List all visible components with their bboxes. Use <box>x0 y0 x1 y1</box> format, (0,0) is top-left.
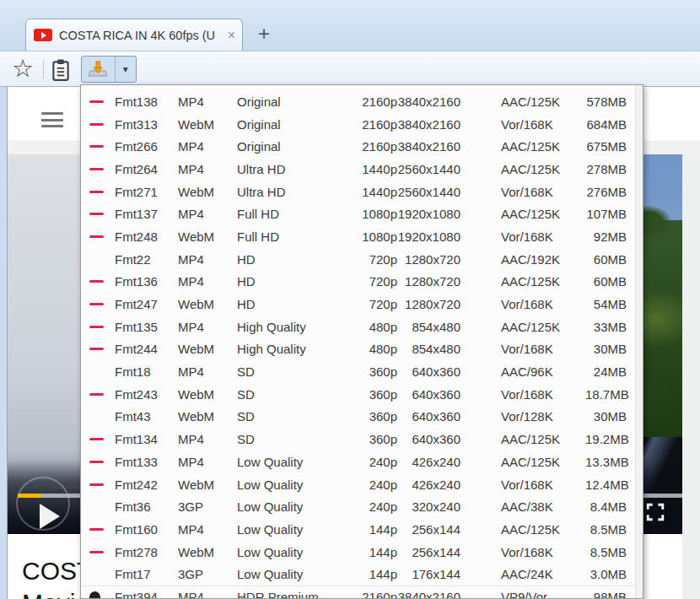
format-row[interactable]: Fmt244 WebM High Quality 480p 854x480 Vo… <box>81 338 635 361</box>
format-row[interactable]: Fmt136 MP4 HD 720p 1280x720 AAC/125K 60M… <box>81 271 635 294</box>
download-formats-popup: Fmt138 MP4 Original 2160p 3840x2160 AAC/… <box>80 84 643 599</box>
format-name-cell: Fmt264 <box>115 162 178 176</box>
format-row[interactable]: Fmt247 WebM HD 720p 1280x720 Vor/168K 54… <box>81 293 635 316</box>
format-row[interactable]: Fmt18 MP4 SD 360p 640x360 AAC/96K 24MB <box>81 360 635 383</box>
format-row[interactable]: Fmt43 WebM SD 360p 640x360 Vor/128K 30MB <box>81 406 635 429</box>
format-audio-cell: Vor/168K <box>501 117 585 132</box>
format-quality-cell: Full HD <box>237 229 347 244</box>
format-row[interactable]: Fmt394 MP4 HDR Premium 2160p 3840x2160 V… <box>81 586 635 599</box>
format-row[interactable]: Fmt138 MP4 Original 2160p 3840x2160 AAC/… <box>81 90 635 113</box>
format-name-cell: Fmt271 <box>115 185 178 199</box>
download-arrow-icon <box>88 60 108 78</box>
format-row[interactable]: Fmt36 3GP Low Quality 240p 320x240 AAC/3… <box>81 495 635 518</box>
format-name-cell: Fmt138 <box>115 94 178 109</box>
downloader-button[interactable] <box>82 57 115 82</box>
format-name-cell: Fmt244 <box>115 342 178 356</box>
format-size-cell: 107MB <box>585 207 627 221</box>
format-container-cell: WebM <box>178 185 237 199</box>
format-dimensions-cell: 1920x1080 <box>397 207 460 221</box>
format-resolution-cell: 1440p <box>347 162 397 176</box>
format-dimensions-cell: 426x240 <box>397 455 460 469</box>
fullscreen-icon[interactable] <box>646 502 665 526</box>
format-name-cell: Fmt313 <box>115 117 178 132</box>
dash-format-icon <box>89 123 104 126</box>
format-size-cell: 3.0MB <box>585 567 627 581</box>
navigation-toolbar: ☆ ▾ i <box>0 51 700 87</box>
format-name-cell: Fmt18 <box>115 364 178 379</box>
format-audio-cell: AAC/125K <box>501 94 585 109</box>
format-row[interactable]: Fmt134 MP4 SD 360p 640x360 AAC/125K 19.2… <box>81 428 635 451</box>
format-dimensions-cell: 1920x1080 <box>397 229 460 244</box>
format-row[interactable]: Fmt22 MP4 HD 720p 1280x720 AAC/192K 60MB <box>81 248 635 271</box>
format-container-cell: MP4 <box>178 162 237 176</box>
format-row[interactable]: Fmt266 MP4 Original 2160p 3840x2160 AAC/… <box>81 135 635 158</box>
format-size-cell: 675MB <box>585 139 627 154</box>
format-name-cell: Fmt43 <box>115 409 178 424</box>
format-resolution-cell: 144p <box>347 522 397 537</box>
dash-format-icon <box>89 551 104 553</box>
format-quality-cell: HD <box>237 297 347 311</box>
format-audio-cell: AAC/125K <box>501 162 585 176</box>
format-row[interactable]: Fmt278 WebM Low Quality 144p 256x144 Vor… <box>81 541 635 564</box>
format-quality-cell: Low Quality <box>237 545 347 559</box>
format-size-cell: 30MB <box>585 409 627 424</box>
format-name-cell: Fmt136 <box>115 274 178 289</box>
format-size-cell: 19.2MB <box>585 432 629 446</box>
format-quality-cell: Low Quality <box>237 567 347 581</box>
hamburger-menu-icon[interactable] <box>41 112 63 127</box>
format-row[interactable]: Fmt242 WebM Low Quality 240p 426x240 Vor… <box>81 473 635 496</box>
browser-tab[interactable]: COSTA RICA IN 4K 60fps (U × <box>25 19 243 51</box>
format-row[interactable]: Fmt313 WebM Original 2160p 3840x2160 Vor… <box>81 113 635 136</box>
format-name-cell: Fmt247 <box>115 297 178 311</box>
format-audio-cell: Vor/168K <box>501 185 585 199</box>
new-tab-button[interactable]: + <box>253 24 275 46</box>
format-dimensions-cell: 3840x2160 <box>397 590 460 599</box>
dark-circle-icon <box>89 591 100 599</box>
tab-strip: COSTA RICA IN 4K 60fps (U × + <box>0 0 700 51</box>
format-resolution-cell: 240p <box>347 455 397 469</box>
format-dimensions-cell: 640x360 <box>397 387 460 402</box>
format-quality-cell: SD <box>237 364 347 379</box>
format-row[interactable]: Fmt137 MP4 Full HD 1080p 1920x1080 AAC/1… <box>81 202 635 225</box>
play-button-icon[interactable] <box>40 504 60 529</box>
progress-bar-played[interactable] <box>18 494 41 498</box>
format-row[interactable]: Fmt160 MP4 Low Quality 144p 256x144 AAC/… <box>81 518 635 541</box>
format-name-cell: Fmt243 <box>115 387 178 402</box>
format-row[interactable]: Fmt271 WebM Ultra HD 1440p 2560x1440 Vor… <box>81 181 635 203</box>
format-row[interactable]: Fmt243 WebM SD 360p 640x360 Vor/168K 18.… <box>81 383 635 406</box>
format-quality-cell: Low Quality <box>237 478 347 492</box>
tab-close-icon[interactable]: × <box>228 29 235 42</box>
format-row[interactable]: Fmt133 MP4 Low Quality 240p 426x240 AAC/… <box>81 451 635 473</box>
format-row[interactable]: Fmt17 3GP Low Quality 144p 176x144 AAC/2… <box>81 563 635 586</box>
format-audio-cell: AAC/125K <box>501 522 585 537</box>
format-size-cell: 8.5MB <box>585 522 627 537</box>
format-size-cell: 54MB <box>585 297 627 311</box>
format-quality-cell: Original <box>237 117 347 132</box>
format-audio-cell: VP9/Vor <box>501 590 585 599</box>
format-list: Fmt138 MP4 Original 2160p 3840x2160 AAC/… <box>81 85 635 599</box>
downloader-split-button: ▾ <box>81 56 137 83</box>
format-container-cell: 3GP <box>178 567 237 581</box>
format-quality-cell: HDR Premium <box>237 590 347 599</box>
toolbar-separator <box>43 60 44 78</box>
downloader-dropdown-button[interactable]: ▾ <box>115 57 136 82</box>
format-resolution-cell: 2160p <box>347 139 397 154</box>
format-container-cell: MP4 <box>178 455 237 469</box>
format-audio-cell: Vor/168K <box>501 387 585 402</box>
format-row[interactable]: Fmt135 MP4 High Quality 480p 854x480 AAC… <box>81 316 635 338</box>
format-audio-cell: Vor/168K <box>501 342 585 356</box>
format-dimensions-cell: 1280x720 <box>397 252 460 267</box>
format-row[interactable]: Fmt264 MP4 Ultra HD 1440p 2560x1440 AAC/… <box>81 158 635 181</box>
format-dimensions-cell: 1280x720 <box>397 274 460 289</box>
format-name-cell: Fmt278 <box>115 545 178 559</box>
format-row[interactable]: Fmt248 WebM Full HD 1080p 1920x1080 Vor/… <box>81 225 635 248</box>
dash-format-icon <box>89 303 104 305</box>
clipboard-icon[interactable] <box>50 58 72 85</box>
popup-scrollbar[interactable] <box>635 85 643 599</box>
format-container-cell: MP4 <box>178 432 237 446</box>
format-size-cell: 578MB <box>585 94 627 109</box>
format-audio-cell: AAC/125K <box>501 320 585 334</box>
format-quality-cell: High Quality <box>237 342 347 356</box>
format-quality-cell: Full HD <box>237 207 347 221</box>
bookmark-star-icon[interactable]: ☆ <box>12 56 34 81</box>
